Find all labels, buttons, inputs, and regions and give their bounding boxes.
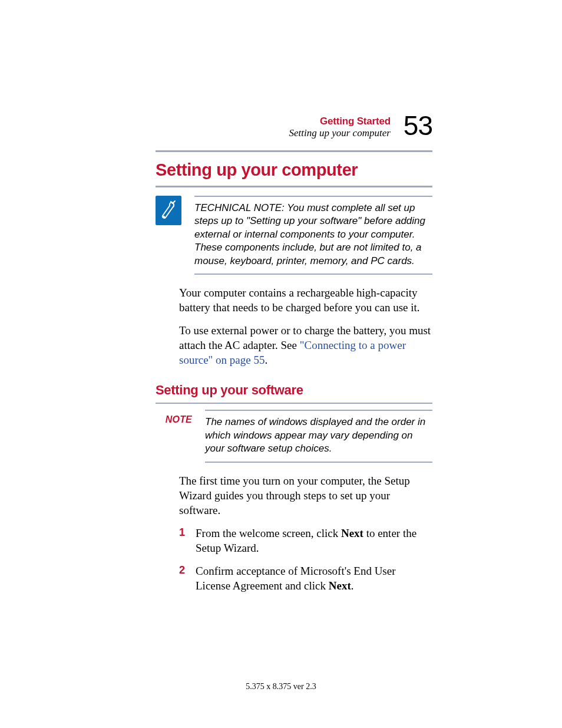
body-text: Your computer contains a rechargeable hi… [179,285,432,367]
text-run: . [351,579,354,592]
body-paragraph: The first time you turn on your computer… [179,473,432,518]
technical-note-text: TECHNICAL NOTE: You must complete all se… [194,196,432,275]
bold-text: Next [341,527,363,539]
document-page: Getting Started Setting up your computer… [0,0,562,593]
subsection-title: Setting up your software [156,383,432,398]
bold-text: Next [329,579,351,592]
text-run: . [265,354,267,366]
body-paragraph: To use external power or to charge the b… [179,323,432,367]
page-number: 53 [404,112,432,139]
chapter-name: Getting Started [289,116,390,127]
running-head: Getting Started Setting up your computer… [156,112,432,140]
page-title: Setting up your computer [156,160,432,180]
page-footer: 5.375 x 8.375 ver 2.3 [0,682,562,691]
divider-rule [156,403,432,404]
body-paragraph: Your computer contains a rechargeable hi… [179,285,432,315]
running-head-text: Getting Started Setting up your computer [289,112,390,140]
note-label: NOTE [156,410,192,462]
divider-rule [156,186,432,187]
section-name: Setting up your computer [289,127,390,139]
step-item: From the welcome screen, click Next to e… [179,526,432,555]
numbered-steps: From the welcome screen, click Next to e… [179,526,432,593]
note-text: The names of windows displayed and the o… [205,410,432,462]
text-run: From the welcome screen, click [196,527,341,539]
wrench-icon [156,196,181,225]
divider-rule [156,150,432,152]
note-block: NOTE The names of windows displayed and … [156,410,432,462]
text-run: Confirm acceptance of Microsoft's End Us… [196,565,396,592]
technical-note: TECHNICAL NOTE: You must complete all se… [156,196,432,275]
svg-point-0 [163,216,164,218]
step-item: Confirm acceptance of Microsoft's End Us… [179,564,432,593]
body-text: The first time you turn on your computer… [179,473,432,594]
